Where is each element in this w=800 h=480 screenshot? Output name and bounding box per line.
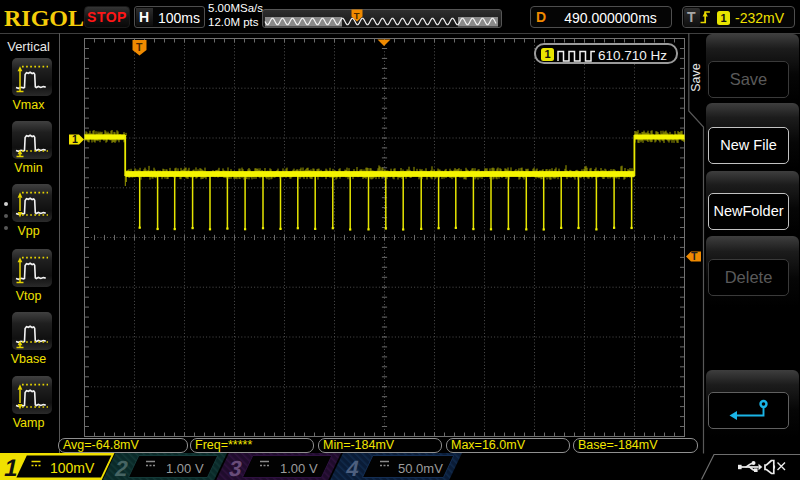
svg-text:T: T [354, 10, 360, 21]
svg-text:T: T [691, 250, 698, 262]
svg-text:1: 1 [72, 133, 78, 145]
svg-text:100mV: 100mV [50, 460, 95, 476]
svg-text:50.0mV: 50.0mV [398, 461, 443, 476]
svg-text:1.00 V: 1.00 V [166, 461, 204, 476]
svg-text:T: T [136, 41, 143, 53]
svg-text:1.00 V: 1.00 V [280, 461, 318, 476]
